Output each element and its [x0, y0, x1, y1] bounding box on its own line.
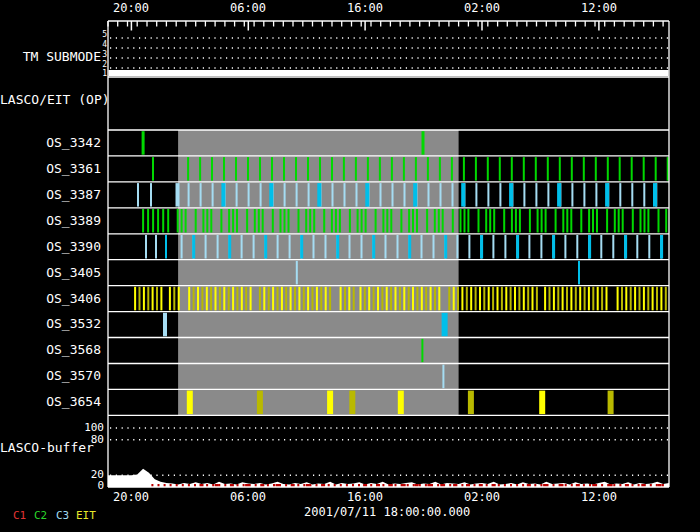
row-label-os-3342: OS_3342 [0, 136, 101, 150]
schedule-screen: TM SUBMODE LASCO/EIT (OP) OS_3342 OS_336… [0, 0, 700, 532]
time-label-top-3: 02:00 [452, 2, 512, 15]
time-label-bottom-2: 16:00 [335, 491, 395, 504]
tm-tick-5: 5 [0, 31, 107, 39]
lasco-eit-label: LASCO/EIT (OP) [0, 93, 101, 107]
tm-tick-1: 1 [0, 70, 107, 78]
legend-c3: C3 [56, 510, 69, 522]
row-label-os-3568: OS_3568 [0, 343, 101, 357]
legend-eit: EIT [76, 510, 96, 522]
row-label-os-3389: OS_3389 [0, 214, 101, 228]
time-label-bottom-0: 20:00 [101, 491, 161, 504]
timeline-plot [0, 0, 700, 532]
time-label-bottom-4: 12:00 [569, 491, 629, 504]
time-label-top-2: 16:00 [335, 2, 395, 15]
row-label-os-3570: OS_3570 [0, 369, 101, 383]
tm-tick-2: 2 [0, 61, 107, 69]
row-label-os-3387: OS_3387 [0, 188, 101, 202]
row-label-os-3532: OS_3532 [0, 317, 101, 331]
time-label-top-4: 12:00 [569, 2, 629, 15]
row-label-os-3654: OS_3654 [0, 395, 101, 409]
buffer-tick-100: 100 [0, 422, 104, 434]
buffer-tick-80: 80 [0, 434, 104, 446]
buffer-tick-0: 0 [0, 480, 104, 492]
time-label-bottom-1: 06:00 [218, 491, 278, 504]
tm-tick-4: 4 [0, 41, 107, 49]
row-label-os-3361: OS_3361 [0, 162, 101, 176]
time-label-top-0: 20:00 [101, 2, 161, 15]
row-label-os-3405: OS_3405 [0, 266, 101, 280]
time-label-top-1: 06:00 [218, 2, 278, 15]
row-label-os-3390: OS_3390 [0, 240, 101, 254]
legend-c2: C2 [34, 510, 47, 522]
tm-tick-3: 3 [0, 51, 107, 59]
date-label: 2001/07/11 18:00:00.000 [304, 506, 470, 519]
time-label-bottom-3: 02:00 [452, 491, 512, 504]
legend-c1: C1 [13, 510, 26, 522]
row-label-os-3406: OS_3406 [0, 292, 101, 306]
